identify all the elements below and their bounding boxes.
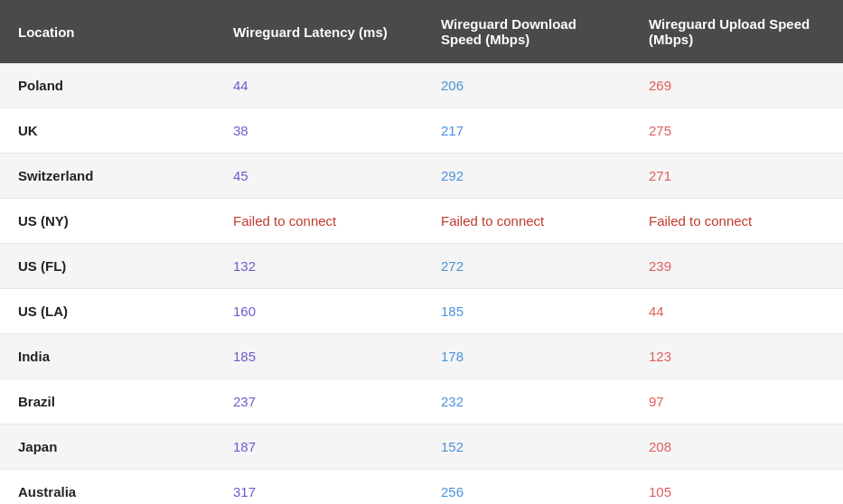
cell-latency: 132: [215, 244, 423, 289]
cell-latency: 44: [215, 63, 423, 108]
table-row: Japan187152208: [0, 425, 843, 470]
cell-download: 232: [423, 379, 631, 425]
cell-download: 217: [423, 108, 631, 154]
cell-latency: 38: [215, 108, 423, 154]
cell-location: Australia: [0, 470, 215, 505]
cell-location: Poland: [0, 63, 215, 108]
cell-download: 185: [423, 289, 631, 334]
table-row: Australia317256105: [0, 470, 843, 505]
table-row: Poland44206269: [0, 63, 843, 108]
table-row: India185178123: [0, 334, 843, 379]
cell-upload: 271: [631, 154, 843, 199]
cell-download: 292: [423, 154, 631, 199]
cell-download: 178: [423, 334, 631, 379]
cell-upload: 105: [631, 470, 843, 505]
cell-latency: 317: [215, 470, 423, 505]
header-latency: Wireguard Latency (ms): [215, 0, 423, 63]
cell-latency: 237: [215, 379, 423, 425]
table-row: US (FL)132272239: [0, 244, 843, 289]
cell-upload: 44: [631, 289, 843, 334]
cell-location: US (NY): [0, 199, 215, 244]
cell-latency: 185: [215, 334, 423, 379]
cell-latency: 187: [215, 425, 423, 470]
cell-latency: 160: [215, 289, 423, 334]
wireguard-table: Location Wireguard Latency (ms) Wireguar…: [0, 0, 843, 504]
cell-download: 272: [423, 244, 631, 289]
cell-upload: Failed to connect: [631, 199, 843, 244]
cell-upload: 123: [631, 334, 843, 379]
cell-upload: 97: [631, 379, 843, 425]
cell-location: India: [0, 334, 215, 379]
cell-location: US (FL): [0, 244, 215, 289]
cell-download: Failed to connect: [423, 199, 631, 244]
header-upload: Wireguard Upload Speed (Mbps): [631, 0, 843, 63]
header-location: Location: [0, 0, 215, 63]
table-row: Brazil23723297: [0, 379, 843, 425]
cell-location: UK: [0, 108, 215, 154]
cell-download: 206: [423, 63, 631, 108]
cell-download: 152: [423, 425, 631, 470]
cell-location: Japan: [0, 425, 215, 470]
table-row: UK38217275: [0, 108, 843, 154]
cell-location: Brazil: [0, 379, 215, 425]
cell-latency: Failed to connect: [215, 199, 423, 244]
table-row: Switzerland45292271: [0, 154, 843, 199]
table-row: US (LA)16018544: [0, 289, 843, 334]
cell-upload: 275: [631, 108, 843, 154]
cell-location: US (LA): [0, 289, 215, 334]
header-download: Wireguard Download Speed (Mbps): [423, 0, 631, 63]
cell-upload: 269: [631, 63, 843, 108]
cell-location: Switzerland: [0, 154, 215, 199]
table-row: US (NY)Failed to connectFailed to connec…: [0, 199, 843, 244]
cell-latency: 45: [215, 154, 423, 199]
cell-upload: 239: [631, 244, 843, 289]
cell-download: 256: [423, 470, 631, 505]
cell-upload: 208: [631, 425, 843, 470]
